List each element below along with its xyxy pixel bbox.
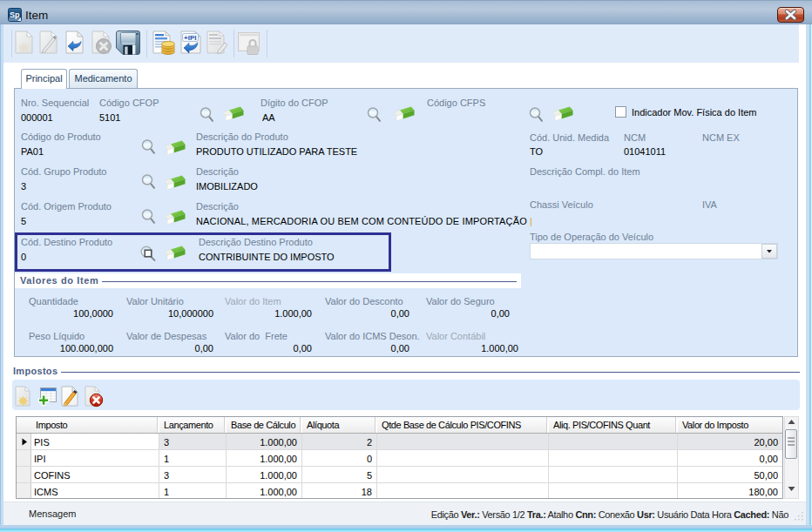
svg-text:+IPI: +IPI [184, 34, 196, 42]
svg-text:Sp: Sp [10, 10, 20, 19]
